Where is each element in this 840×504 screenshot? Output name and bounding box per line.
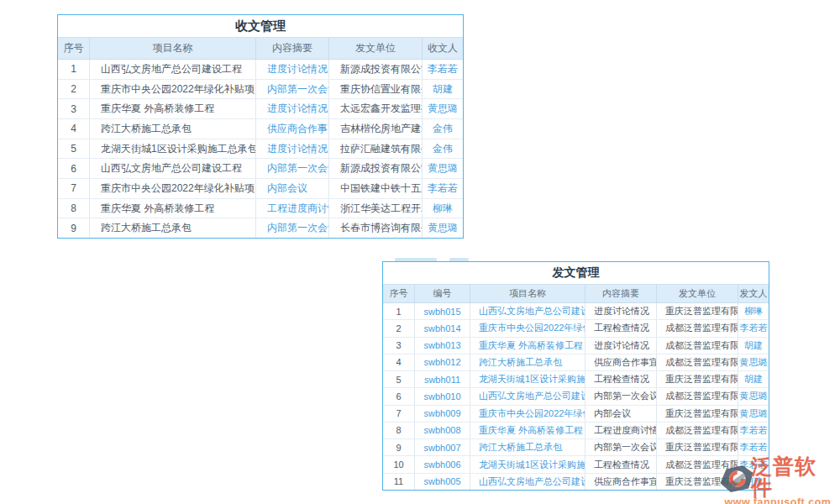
table-cell-link[interactable]: swbh014 <box>414 320 470 336</box>
table-cell-link[interactable]: 黄思璐 <box>422 99 463 118</box>
table-cell-link[interactable]: 黄思璐 <box>422 159 463 178</box>
table-cell-link[interactable]: swbh005 <box>414 474 470 490</box>
table-cell: 7 <box>58 179 89 198</box>
table-cell-link[interactable]: 柳琳 <box>422 199 463 218</box>
table-cell: 重庆泛普监理有限公司 <box>656 439 738 455</box>
table-cell: 拉萨汇融建筑有限公司 <box>328 139 422 159</box>
table-cell: 新源成投资有限公司 <box>328 159 422 178</box>
table-cell-link[interactable]: 李若若 <box>422 60 463 79</box>
table-cell: 成都泛普监理有限公司 <box>656 338 738 354</box>
table-cell: 1 <box>58 60 89 79</box>
table-cell: 供应商合作事宜 <box>585 354 656 370</box>
table-cell-link[interactable]: 李若若 <box>738 423 769 438</box>
table-cell-link[interactable]: 进度讨论情况 <box>255 99 328 118</box>
table-cell: 长春市博咨询有限公司 <box>328 218 422 238</box>
table-cell: 中国铁建中铁十五局集... <box>328 179 422 198</box>
table-cell-link[interactable]: swbh006 <box>414 456 470 472</box>
table-cell-link[interactable]: 重庆华夏 外高桥装修工程 <box>470 338 585 354</box>
table-row: 2重庆市中央公园2022年绿化补贴项目-施工2标段内部第一次会议重庆协信置业有限… <box>58 79 463 99</box>
table-cell-link[interactable]: 山西弘文房地产总公司建设工程 <box>470 388 585 404</box>
fanpu-url-text: www.fanpusoft.com <box>719 496 837 504</box>
table-cell: 8 <box>58 199 89 218</box>
table-cell-link[interactable]: 胡建 <box>422 80 463 99</box>
table-cell: 6 <box>58 159 89 178</box>
table-cell-link[interactable]: swbh008 <box>414 423 470 438</box>
table-row: 4swbh012跨江大桥施工总承包供应商合作事宜成都泛普监理有限公司黄思璐 <box>383 354 769 370</box>
table-cell-link[interactable]: 供应商合作事宜 <box>255 119 328 139</box>
table-cell-link[interactable]: swbh009 <box>414 406 470 422</box>
table-cell-link[interactable]: 工程进度商讨情况 <box>255 199 328 218</box>
table-cell: 进度讨论情况 <box>585 303 656 319</box>
table-cell-link[interactable]: 内部第一次会议 <box>255 80 328 99</box>
table-cell: 8 <box>383 423 414 438</box>
table-row: 8swbh008重庆华夏 外高桥装修工程工程进度商讨情况成都泛普监理有限公司李若… <box>383 422 769 438</box>
table-cell-link[interactable]: 黄思璐 <box>738 406 769 422</box>
table-cell-link[interactable]: swbh010 <box>414 388 470 404</box>
table-cell-link[interactable]: 李若若 <box>738 439 769 455</box>
table-cell-link[interactable]: 胡建 <box>738 371 769 387</box>
table-cell-link[interactable]: 柳琳 <box>738 303 769 319</box>
table-cell-link[interactable]: swbh015 <box>414 303 470 319</box>
table-cell-link[interactable]: 黄思璐 <box>738 388 769 404</box>
table-cell: 1 <box>383 303 414 319</box>
table-cell-link[interactable]: 内部第一次会议 <box>255 218 328 238</box>
table-cell-link[interactable]: 李若若 <box>738 320 769 336</box>
table-cell-link[interactable]: 龙湖天街城1区设计采购施工总承包工程 <box>470 456 585 472</box>
table-cell-link[interactable]: 李若若 <box>738 456 769 472</box>
table-row: 5swbh011龙湖天街城1区设计采购施工总承包工程工程检查情况重庆泛普监理有限… <box>383 370 769 387</box>
table-cell: 重庆市中央公园2022年绿化补贴项目-施工2标段 <box>89 80 255 99</box>
table-row: 9swbh007跨江大桥施工总承包内部第一次会议重庆泛普监理有限公司李若若 <box>383 438 769 455</box>
table-cell: 重庆泛普监理有限公司 <box>656 303 738 319</box>
table-header: 序号编号项目名称内容摘要发文单位发文人 <box>383 285 769 303</box>
table-cell: 内部第一次会议 <box>585 388 656 404</box>
table-cell: 重庆市中央公园2022年绿化补贴项目-施工2标段 <box>89 179 255 198</box>
receive-table-title: 收文管理 <box>58 15 463 38</box>
table-cell: 5 <box>58 139 89 159</box>
table-cell: 吉林楷伦房地产建筑有... <box>328 119 422 139</box>
column-header: 项目名称 <box>89 38 255 59</box>
table-cell-link[interactable]: 内部会议 <box>255 179 328 198</box>
table-cell-link[interactable]: 山西弘文房地产总公司建设工程 <box>470 474 585 490</box>
table-body: 1山西弘文房地产总公司建设工程进度讨论情况新源成投资有限公司李若若2重庆市中央公… <box>58 60 463 238</box>
column-header: 发文人 <box>738 285 769 302</box>
send-table-title: 发文管理 <box>383 262 769 285</box>
table-cell: 4 <box>383 354 414 370</box>
table-cell: 成都泛普监理有限公司 <box>656 388 738 404</box>
table-cell-link[interactable]: 跨江大桥施工总承包 <box>470 354 585 370</box>
table-cell-link[interactable]: 龙湖天街城1区设计采购施工总承包工程 <box>470 371 585 387</box>
table-cell-link[interactable]: swbh011 <box>414 371 470 387</box>
table-cell: 工程进度商讨情况 <box>585 423 656 438</box>
table-cell: 工程检查情况 <box>585 371 656 387</box>
table-cell: 3 <box>383 338 414 354</box>
table-cell-link[interactable]: 内部第一次会议 <box>255 159 328 178</box>
table-cell: 浙江华美达工程开发监... <box>328 199 422 218</box>
table-cell: 重庆华夏 外高桥装修工程 <box>89 199 255 218</box>
table-cell-link[interactable]: swbh013 <box>414 338 470 354</box>
table-cell-link[interactable]: 重庆市中央公园2022年绿化补贴项目-... <box>470 320 585 336</box>
table-cell-link[interactable]: swbh007 <box>414 439 470 455</box>
page-background: { "receive_table": { "title": "收文管理", "c… <box>0 0 840 504</box>
table-cell-link[interactable]: 重庆华夏 外高桥装修工程 <box>470 423 585 438</box>
table-cell: 4 <box>58 119 89 139</box>
table-row: 3swbh013重庆华夏 外高桥装修工程进度讨论情况成都泛普监理有限公司胡建 <box>383 337 769 354</box>
table-cell-link[interactable]: 进度讨论情况 <box>255 60 328 79</box>
table-cell-link[interactable]: 黄思璐 <box>738 354 769 370</box>
table-cell-link[interactable]: 进度讨论情况 <box>255 139 328 159</box>
table-cell: 3 <box>58 99 89 118</box>
table-cell-link[interactable]: 山西弘文房地产总公司建设工程 <box>470 303 585 319</box>
table-cell: 成都泛普监理有限公司 <box>656 320 738 336</box>
table-cell-link[interactable]: 金伟 <box>422 119 463 139</box>
table-cell-link[interactable]: 金伟 <box>422 139 463 159</box>
table-row: 8重庆华夏 外高桥装修工程工程进度商讨情况浙江华美达工程开发监...柳琳 <box>58 198 463 218</box>
table-cell: 工程检查情况 <box>585 320 656 336</box>
table-cell-link[interactable]: 黄思璐 <box>422 218 463 238</box>
table-cell-link[interactable]: 跨江大桥施工总承包 <box>470 439 585 455</box>
table-cell-link[interactable]: 李若若 <box>422 179 463 198</box>
table-cell: 跨江大桥施工总承包 <box>89 218 255 238</box>
table-cell-link[interactable]: swbh012 <box>414 354 470 370</box>
table-cell-link[interactable]: 胡建 <box>738 338 769 354</box>
table-cell: 成都泛普监理有限公司 <box>656 423 738 438</box>
table-cell-link[interactable]: 胡建 <box>738 474 769 490</box>
table-row: 11swbh005山西弘文房地产总公司建设工程供应商合作事宜重庆泛普监理有限公司… <box>383 473 769 490</box>
table-cell-link[interactable]: 重庆市中央公园2022年绿化补贴项目-... <box>470 406 585 422</box>
